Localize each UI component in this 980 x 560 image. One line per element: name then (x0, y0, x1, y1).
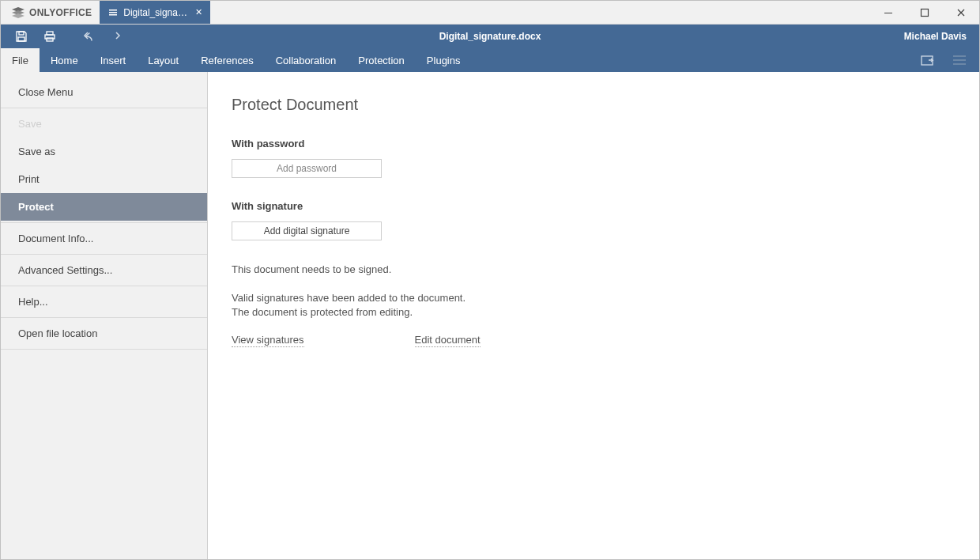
edit-document-link[interactable]: Edit document (415, 334, 481, 347)
ribbon-tab-home[interactable]: Home (40, 48, 89, 72)
minimize-button[interactable] (870, 1, 906, 24)
close-tab-icon[interactable]: ✕ (195, 7, 202, 17)
user-name: Michael Davis (904, 31, 979, 42)
ribbon-tab-references[interactable]: References (190, 48, 264, 72)
onlyoffice-logo-icon (12, 7, 24, 18)
add-digital-signature-button[interactable]: Add digital signature (232, 221, 382, 240)
panel-title: Protect Document (232, 96, 979, 114)
view-signatures-link[interactable]: View signatures (232, 334, 304, 347)
quick-access-bar: Digital_signature.docx Michael Davis (1, 25, 979, 48)
svg-rect-5 (109, 14, 117, 16)
svg-rect-14 (47, 38, 53, 41)
brand: ONLYOFFICE (1, 1, 100, 24)
needs-sign-text: This document needs to be signed. (232, 263, 469, 277)
titlebar: ONLYOFFICE Digital_signatur... ✕ (1, 1, 979, 25)
svg-rect-4 (109, 12, 117, 13)
document-tab-label: Digital_signatur... (123, 7, 189, 18)
ribbon-tab-insert[interactable]: Insert (89, 48, 138, 72)
content-area: Close Menu Save Save as Print Protect Do… (1, 72, 979, 559)
svg-rect-11 (18, 37, 24, 41)
svg-rect-6 (884, 13, 892, 13)
with-password-label: With password (232, 138, 979, 149)
maximize-button[interactable] (906, 1, 943, 24)
ribbon-tab-collaboration[interactable]: Collaboration (265, 48, 348, 72)
ribbon-tab-file[interactable]: File (1, 48, 40, 72)
ribbon-tab-layout[interactable]: Layout (137, 48, 190, 72)
window-controls (870, 1, 979, 24)
protected-text: Valid signatures have been added to the … (232, 291, 469, 320)
svg-rect-10 (19, 32, 24, 35)
save-icon[interactable] (7, 25, 36, 48)
hamburger-icon (109, 9, 117, 17)
print-icon[interactable] (36, 25, 64, 48)
sidebar-item-document-info[interactable]: Document Info... (1, 225, 207, 252)
file-sidebar: Close Menu Save Save as Print Protect Do… (1, 72, 208, 559)
protect-document-panel: Protect Document With password Add passw… (208, 72, 979, 559)
svg-rect-17 (953, 59, 966, 61)
svg-rect-18 (953, 63, 966, 65)
sidebar-item-save-as[interactable]: Save as (1, 138, 207, 165)
document-name: Digital_signature.docx (1, 31, 979, 42)
brand-label: ONLYOFFICE (29, 7, 92, 18)
sidebar-item-close-menu[interactable]: Close Menu (1, 78, 207, 106)
ribbon-tab-plugins[interactable]: Plugins (416, 48, 472, 72)
svg-rect-7 (922, 9, 929, 16)
ribbon-tab-protection[interactable]: Protection (347, 48, 416, 72)
sidebar-item-print[interactable]: Print (1, 165, 207, 193)
sidebar-item-help[interactable]: Help... (1, 288, 207, 316)
with-signature-label: With signature (232, 200, 979, 212)
document-tab[interactable]: Digital_signatur... ✕ (100, 1, 210, 24)
undo-icon[interactable] (74, 25, 102, 48)
redo-icon[interactable] (102, 25, 130, 48)
sidebar-item-open-file-location[interactable]: Open file location (1, 320, 207, 347)
close-window-button[interactable] (943, 1, 979, 24)
svg-rect-16 (953, 55, 966, 57)
svg-marker-2 (12, 13, 24, 18)
sidebar-item-save: Save (1, 110, 207, 138)
sidebar-item-advanced-settings[interactable]: Advanced Settings... (1, 256, 207, 284)
svg-rect-3 (109, 9, 117, 11)
sidebar-item-protect[interactable]: Protect (1, 193, 207, 221)
ribbon-tabs: FileHomeInsertLayoutReferencesCollaborat… (1, 48, 979, 72)
open-file-location-icon[interactable] (918, 50, 938, 70)
add-password-button[interactable]: Add password (232, 159, 382, 178)
menu-icon[interactable] (949, 50, 970, 70)
